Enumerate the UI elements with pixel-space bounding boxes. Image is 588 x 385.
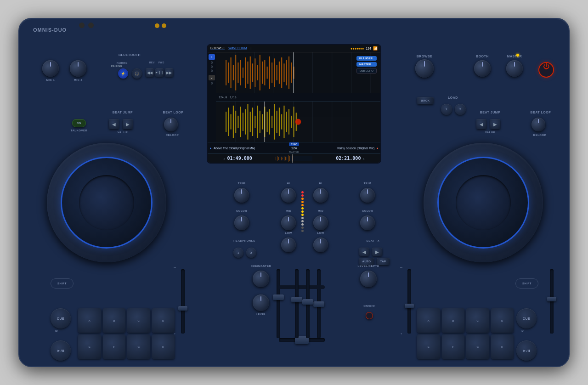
right-extra-fader-cap[interactable]: [547, 297, 556, 301]
tab-waveform[interactable]: WAVEFORM: [228, 46, 247, 50]
right-shift-button[interactable]: SHIFT: [515, 278, 538, 289]
left-eq-fader-cap[interactable]: [273, 294, 284, 300]
h1-label: 1: [237, 251, 239, 254]
level-depth-knob[interactable]: [360, 271, 377, 287]
on-label: ON: [77, 122, 81, 125]
power-icon: ⏻: [539, 63, 553, 70]
rpad-h-label: H: [501, 345, 503, 348]
right-color-knob[interactable]: [360, 215, 375, 230]
bt-next[interactable]: ▶▶: [165, 68, 173, 77]
left-pad-c[interactable]: C: [127, 308, 150, 333]
right-low-knob[interactable]: [313, 238, 328, 252]
sync-button[interactable]: SYNC: [289, 142, 299, 146]
left-low-knob[interactable]: [281, 238, 296, 252]
beat-fx-right[interactable]: ▶: [372, 248, 382, 256]
pairing-label: PAIRING: [111, 65, 122, 68]
right-mid-knob[interactable]: [313, 215, 328, 230]
center-fader-2-cap[interactable]: [302, 299, 313, 305]
right-pad-g[interactable]: G: [466, 334, 489, 359]
right-pad-h[interactable]: H: [491, 334, 514, 359]
right-pad-f[interactable]: F: [442, 334, 465, 359]
left-mid-knob[interactable]: [281, 215, 296, 230]
tab-info[interactable]: i: [251, 47, 252, 50]
left-pad-a[interactable]: A: [78, 308, 101, 333]
svg-rect-51: [252, 108, 253, 136]
left-shift-button[interactable]: SHIFT: [51, 278, 74, 289]
tap-button[interactable]: TAP: [377, 258, 390, 265]
left-pad-g[interactable]: G: [127, 334, 150, 359]
left-trim-knob[interactable]: [234, 188, 249, 203]
right-hi-knob[interactable]: [313, 188, 328, 203]
beat-jump-left[interactable]: ◀: [109, 119, 119, 129]
right-pad-c[interactable]: C: [466, 308, 489, 333]
level-knob[interactable]: [253, 294, 269, 311]
right-hi-label: HI: [311, 182, 331, 185]
left-mid-label: MID: [278, 209, 299, 212]
svg-rect-84: [281, 157, 282, 160]
booth-knob[interactable]: [474, 60, 491, 77]
right-trim-knob[interactable]: [360, 188, 375, 203]
center-fader-2-track: [306, 269, 310, 338]
left-pad-d[interactable]: D: [152, 308, 175, 333]
beat-loop-left-knob[interactable]: [164, 118, 178, 131]
headphone-button[interactable]: 🎧: [132, 68, 142, 79]
right-jog-wheel[interactable]: [424, 143, 543, 262]
master-knob[interactable]: [506, 60, 523, 77]
load-2-button[interactable]: 2: [455, 104, 466, 115]
right-shift-label: SHIFT: [522, 282, 531, 285]
right-pad-b[interactable]: B: [442, 308, 465, 333]
left-jog-wheel[interactable]: [47, 143, 166, 262]
headphone-1-button[interactable]: 1: [233, 248, 243, 258]
left-cue-button[interactable]: CUE: [51, 308, 71, 328]
svg-rect-87: [285, 157, 286, 160]
beat-fx-left[interactable]: ◀: [359, 248, 369, 256]
bluetooth-label: BLUETOOTH: [111, 53, 148, 57]
right-pad-d[interactable]: D: [491, 308, 514, 333]
right-pad-a[interactable]: A: [417, 308, 440, 333]
talkover-on-button[interactable]: ON: [72, 119, 86, 127]
left-play-button[interactable]: ►/II: [51, 340, 71, 361]
mic1-knob[interactable]: [42, 60, 59, 77]
left-hi-label: HI: [278, 182, 299, 185]
svg-rect-49: [247, 104, 248, 139]
beat-jump-right-right[interactable]: ▶: [490, 119, 500, 129]
auto-button[interactable]: AUTO: [359, 258, 374, 265]
mic2-knob[interactable]: [70, 60, 86, 77]
left-pad-f[interactable]: F: [103, 334, 126, 359]
left-pad-h[interactable]: H: [152, 334, 175, 359]
left-pad-b[interactable]: B: [103, 308, 126, 333]
svg-rect-41: [228, 108, 229, 136]
left-hi-knob[interactable]: [281, 188, 296, 203]
cue-master-knob[interactable]: [253, 271, 269, 287]
center-fader-1-cap[interactable]: [291, 297, 302, 302]
left-channel-fader-cap[interactable]: [178, 306, 187, 311]
svg-rect-6: [237, 62, 238, 83]
left-color-knob[interactable]: [234, 215, 249, 230]
browse-knob[interactable]: [415, 59, 434, 78]
tab-browse[interactable]: BROWSE: [210, 46, 225, 50]
right-channel-fader-cap[interactable]: [405, 304, 414, 308]
left-pad-e[interactable]: E: [78, 334, 101, 359]
right-pad-e[interactable]: E: [417, 334, 440, 359]
headphone-2-button[interactable]: 2: [246, 248, 256, 258]
brand-label: OMNIS-DUO: [33, 27, 67, 33]
right-eq-fader-cap[interactable]: [313, 301, 324, 307]
fx-flanger-badge: FLANGER: [356, 56, 377, 61]
load-1-button[interactable]: 1: [441, 104, 452, 115]
bt-button[interactable]: ⚡: [118, 68, 128, 79]
beat-jump-right[interactable]: ▶: [123, 119, 133, 129]
track-b-indicator: ▲: [376, 147, 379, 149]
svg-rect-18: [267, 66, 268, 78]
back-button[interactable]: BACK: [417, 97, 434, 104]
beat-fx-onoff[interactable]: [366, 312, 373, 319]
svg-rect-13: [254, 58, 255, 87]
bt-prev[interactable]: ◀◀: [146, 68, 154, 77]
svg-rect-28: [291, 62, 292, 83]
power-button[interactable]: ⏻: [538, 62, 554, 78]
right-cue-button[interactable]: CUE: [516, 308, 537, 328]
right-play-button[interactable]: ►/II: [516, 340, 537, 361]
bt-playpause[interactable]: ►❙❙: [155, 68, 164, 77]
svg-rect-57: [267, 112, 268, 132]
beat-jump-right-left[interactable]: ◀: [476, 119, 486, 129]
beat-loop-right-knob[interactable]: [531, 118, 545, 131]
